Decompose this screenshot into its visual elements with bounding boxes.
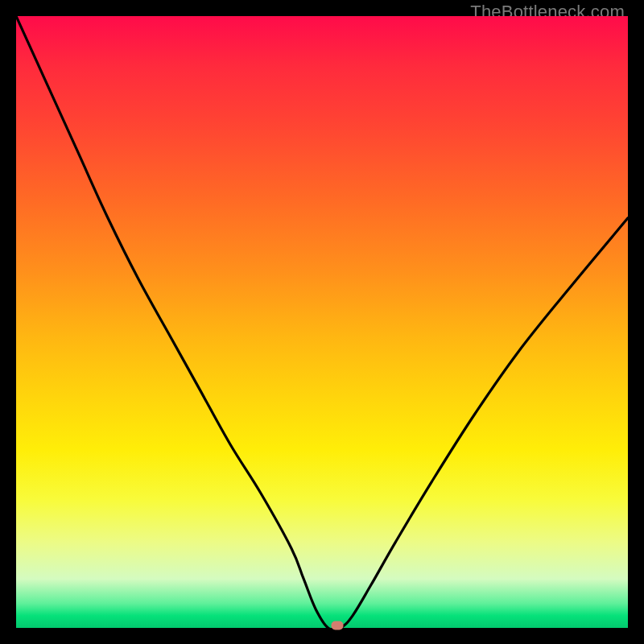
optimal-point-marker <box>332 621 344 630</box>
plot-area <box>16 16 628 628</box>
curve-path <box>16 16 628 628</box>
chart-frame: TheBottleneck.com <box>0 0 644 644</box>
bottleneck-curve <box>16 16 628 628</box>
